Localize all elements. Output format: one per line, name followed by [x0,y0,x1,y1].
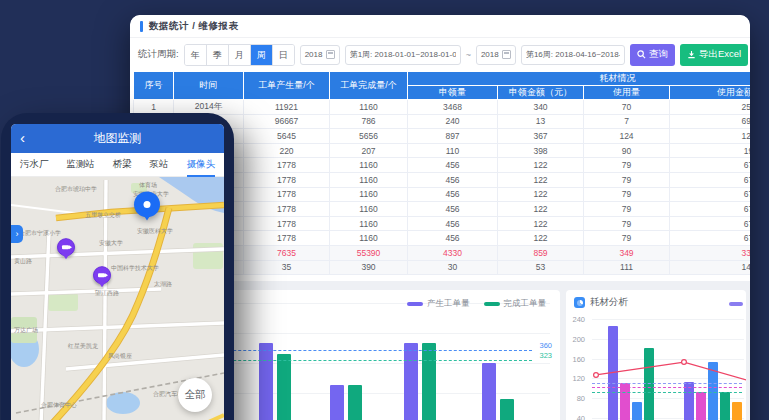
period-tab[interactable]: 月 [228,45,250,65]
reference-label: 323 [539,351,552,360]
camera-pin[interactable] [57,238,75,256]
selected-location-pin[interactable] [134,191,160,217]
column-header: 申领量 [408,86,498,100]
column-header: 申领金额（元） [498,86,584,100]
column-header: 耗材情况 [408,72,751,86]
query-button-label: 查询 [649,48,668,61]
line-marker [594,373,599,378]
start-year-select[interactable]: 2018 [300,45,340,65]
start-year-value: 2018 [305,50,323,59]
query-button[interactable]: 查询 [630,44,675,66]
table-row: 12014年119211160346834070250 [134,100,751,115]
table-cell: 122 [498,202,584,217]
table-cell: 456 [408,172,498,187]
table-cell: 2014年 [174,100,244,115]
back-icon[interactable]: ‹ [20,128,25,148]
table-cell: 1778 [244,158,330,173]
phone-tab[interactable]: 监测站 [66,155,95,174]
table-cell: 456 [408,202,498,217]
column-header: 使用量 [584,86,670,100]
table-cell: 19 [670,143,751,158]
map-view[interactable]: › 全部 五里墩立交桥合肥市琥珀中学体育场安徽农业大学合肥市宁溪小学安徽大学安徽… [11,177,224,420]
table-cell: 456 [408,231,498,246]
table-cell: 122 [498,216,584,231]
map-label: 合肥市琥珀中学 [55,185,97,194]
map-label: 中国科学技术大学 [111,264,159,273]
table-cell: 1160 [330,231,408,246]
pin-center-dot [144,201,151,208]
map-label: 五里墩立交桥 [85,211,121,220]
average-cell: 30 [408,260,498,275]
camera-icon [62,245,69,250]
column-header: 工单完成量/个 [330,72,408,100]
legend-label: 产生工单量 [427,298,470,310]
map-expand-button[interactable]: › [11,225,23,243]
table-cell: 67 [670,158,751,173]
bar-completed [348,385,362,420]
table-cell: 1160 [330,202,408,217]
start-week-input[interactable] [350,50,456,59]
calendar-icon [326,50,335,59]
legend-label: 完成工单量 [504,298,547,310]
table-cell: 456 [408,187,498,202]
camera-pin[interactable] [93,266,111,284]
bar-created [330,385,344,420]
table-cell: 1778 [244,202,330,217]
phone-screen: ‹ 地图监测 污水厂监测站桥梁泵站摄像头 [11,124,224,420]
column-header: 使用金额（元） [670,86,751,100]
table-cell: 79 [584,172,670,187]
table-cell: 220 [244,143,330,158]
total-cell: 332 [670,245,751,260]
map-label: 风尚银座 [108,352,132,361]
bar-completed [422,343,436,420]
show-all-button[interactable]: 全部 [178,378,212,412]
phone-mockup: ‹ 地图监测 污水厂监测站桥梁泵站摄像头 [1,113,234,420]
export-excel-button[interactable]: 导出Excel [680,44,748,66]
table-cell: 110 [408,143,498,158]
table-cell: 1 [134,100,174,115]
table-cell: 129 [670,129,751,144]
table-cell: 1160 [330,158,408,173]
chart-legend: 产生工单量完成工单量 [407,298,546,310]
end-week-input[interactable] [526,50,620,59]
filter-toolbar: 统计周期: 年季月周日 2018 ~ 2018 [130,38,750,71]
end-year-select[interactable]: 2018 [476,45,516,65]
period-tab[interactable]: 周 [250,45,272,65]
phone-tab[interactable]: 泵站 [150,155,169,174]
period-tab[interactable]: 年 [185,45,206,65]
phone-tab[interactable]: 桥梁 [113,155,132,174]
total-cell: 859 [498,245,584,260]
table-cell: 456 [408,216,498,231]
period-tab[interactable]: 日 [272,45,294,65]
phone-tab[interactable]: 摄像头 [187,155,216,174]
phone-tab[interactable]: 污水厂 [20,155,49,174]
range-separator: ~ [466,50,471,60]
bar-created [482,363,496,420]
table-cell: 240 [408,114,498,129]
table-cell: 1160 [330,187,408,202]
table-cell: 122 [498,187,584,202]
table-cell: 67 [670,216,751,231]
period-tab[interactable]: 季 [206,45,228,65]
bar-created [404,343,418,420]
map-label: 合肥体育中心 [41,401,77,410]
reference-label: 360 [539,341,552,350]
legend-swatch [407,302,423,306]
table-cell: 70 [584,100,670,115]
table-cell: 67 [670,202,751,217]
total-cell: 55390 [330,245,408,260]
camera-icon [98,273,105,278]
legend-item[interactable]: 完成工单量 [484,298,547,310]
map-label: 黄山路 [14,257,32,266]
table-cell: 1778 [244,216,330,231]
table-cell: 79 [584,187,670,202]
table-cell: 340 [498,100,584,115]
table-cell: 1778 [244,231,330,246]
average-cell: 111 [584,260,670,275]
line-marker [682,360,687,365]
table-cell: 897 [408,129,498,144]
breadcrumb-text: 数据统计 / 维修报表 [149,20,238,33]
table-cell: 11921 [244,100,330,115]
table-cell: 124 [584,129,670,144]
legend-item[interactable]: 产生工单量 [407,298,470,310]
